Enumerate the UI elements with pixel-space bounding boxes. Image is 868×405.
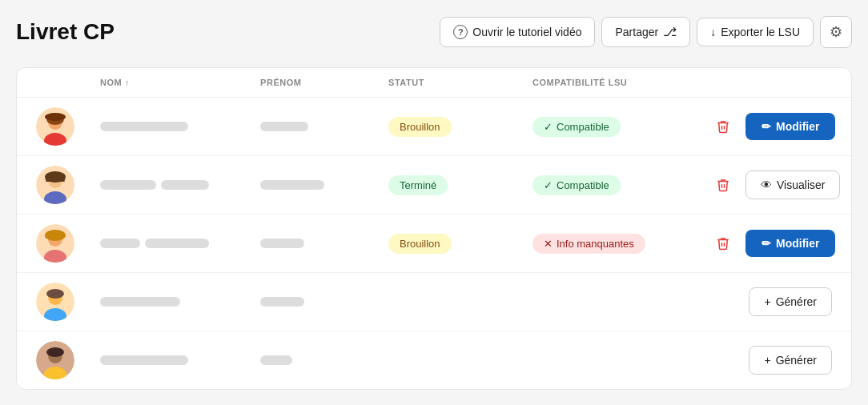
student-firstname xyxy=(260,355,388,365)
student-firstname xyxy=(260,122,388,131)
compat-badge: ✓ Compatible xyxy=(532,117,621,137)
status-cell: Brouillon xyxy=(388,234,532,254)
status-badge: Brouillon xyxy=(388,117,452,137)
table-row: Terminé ✓ Compatible 👁 Visualiser xyxy=(17,156,851,215)
header-actions: ? Ouvrir le tutoriel vidéo Partager ⎇ ↓ … xyxy=(440,16,852,48)
page-title: Livret CP xyxy=(16,19,115,45)
visualiser-button[interactable]: 👁 Visualiser xyxy=(745,170,840,199)
actions-cell: ✏ Modifier xyxy=(709,229,835,258)
compat-error-badge: ✕ Info manquantes xyxy=(532,234,645,254)
share-icon: ⎇ xyxy=(663,25,677,39)
generer-button[interactable]: + Générer xyxy=(749,287,832,316)
question-icon: ? xyxy=(453,25,468,39)
student-firstname xyxy=(260,180,388,190)
avatar xyxy=(36,224,100,263)
actions-cell: + Générer xyxy=(709,287,832,316)
plus-icon: + xyxy=(764,295,770,308)
share-label: Partager xyxy=(615,26,658,38)
table-row: + Générer xyxy=(17,331,851,389)
edit-icon: ✏ xyxy=(762,120,771,133)
generer-button[interactable]: + Générer xyxy=(749,346,832,375)
avatar xyxy=(36,283,100,321)
delete-button[interactable] xyxy=(709,229,737,258)
compat-badge: ✓ Compatible xyxy=(532,175,621,195)
modifier-button[interactable]: ✏ Modifier xyxy=(745,113,835,140)
delete-button[interactable] xyxy=(709,112,737,141)
table-row: Brouillon ✓ Compatible ✏ Modifier xyxy=(17,98,851,156)
svg-point-16 xyxy=(46,289,64,299)
table-row: + Générer xyxy=(17,273,851,331)
export-label: Exporter le LSU xyxy=(721,26,800,38)
student-name xyxy=(100,122,260,131)
col-actions xyxy=(709,78,832,87)
avatar xyxy=(36,166,100,204)
col-avatar xyxy=(36,78,100,87)
table-header: NOM ↑ PRÉNOM STATUT COMPATIBILITÉ LSU xyxy=(17,68,851,98)
svg-point-20 xyxy=(46,347,64,357)
avatar xyxy=(36,107,100,146)
student-name xyxy=(100,239,260,248)
tutorial-label: Ouvrir le tutoriel vidéo xyxy=(472,26,581,38)
students-table: NOM ↑ PRÉNOM STATUT COMPATIBILITÉ LSU xyxy=(16,67,852,390)
table-row: Brouillon ✕ Info manquantes ✏ Modifier xyxy=(17,215,851,273)
compat-cell: ✓ Compatible xyxy=(532,175,709,195)
modifier-button[interactable]: ✏ Modifier xyxy=(745,230,835,257)
student-name xyxy=(100,355,260,365)
compat-cell: ✓ Compatible xyxy=(532,117,709,137)
student-name xyxy=(100,180,260,190)
student-name xyxy=(100,297,260,307)
check-icon: ✓ xyxy=(544,121,553,133)
x-icon: ✕ xyxy=(544,238,553,250)
status-badge: Brouillon xyxy=(388,234,452,254)
tutorial-button[interactable]: ? Ouvrir le tutoriel vidéo xyxy=(440,17,595,47)
col-prenom: PRÉNOM xyxy=(260,78,388,87)
avatar xyxy=(36,341,100,379)
svg-point-4 xyxy=(45,113,66,121)
col-compat: COMPATIBILITÉ LSU xyxy=(532,78,709,87)
compat-cell: ✕ Info manquantes xyxy=(532,234,709,254)
col-statut: STATUT xyxy=(388,78,532,87)
page-header: Livret CP ? Ouvrir le tutoriel vidéo Par… xyxy=(16,16,852,48)
student-firstname xyxy=(260,297,388,307)
eye-icon: 👁 xyxy=(761,178,772,191)
check-icon: ✓ xyxy=(544,179,553,191)
student-firstname xyxy=(260,239,388,248)
export-button[interactable]: ↓ Exporter le LSU xyxy=(697,18,814,46)
actions-cell: + Générer xyxy=(709,346,832,375)
actions-cell: 👁 Visualiser xyxy=(709,170,840,199)
col-nom: NOM ↑ xyxy=(100,78,260,87)
status-badge: Terminé xyxy=(388,175,448,195)
share-button[interactable]: Partager ⎇ xyxy=(601,17,690,47)
status-cell: Terminé xyxy=(388,175,532,195)
status-cell: Brouillon xyxy=(388,117,532,137)
plus-icon: + xyxy=(764,354,770,367)
actions-cell: ✏ Modifier xyxy=(709,112,835,141)
delete-button[interactable] xyxy=(709,170,737,199)
settings-button[interactable]: ⚙ xyxy=(820,16,852,48)
edit-icon: ✏ xyxy=(762,237,771,250)
gear-icon: ⚙ xyxy=(830,23,842,41)
download-icon: ↓ xyxy=(710,26,716,38)
